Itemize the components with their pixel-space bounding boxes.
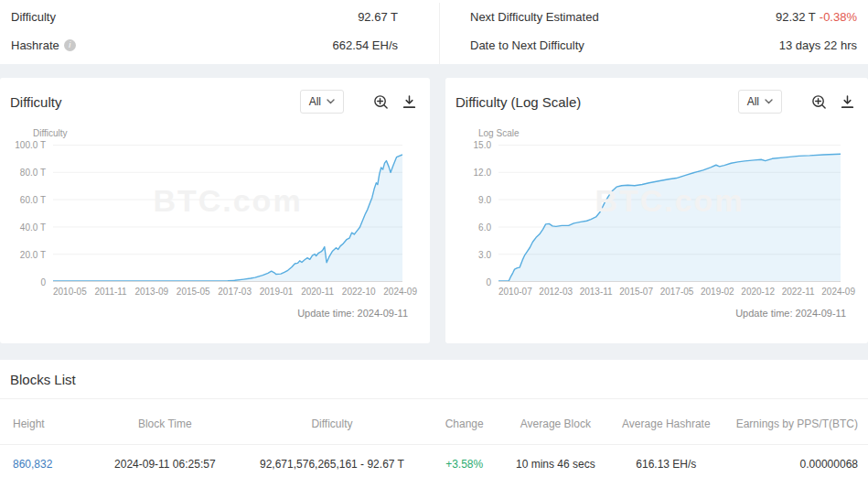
- x-tick-label: 2024-09: [383, 287, 417, 297]
- chart-header: Difficulty (Log Scale) All: [445, 78, 868, 114]
- y-axis-title: Log Scale: [478, 128, 868, 138]
- x-tick-label: 2010-07: [498, 287, 532, 297]
- cell-average-block: 10 mins 46 secs: [503, 445, 607, 477]
- blocks-list-title: Blocks List: [0, 372, 868, 399]
- plot-wrap: 100.0 T80.0 T60.0 T40.0 T20.0 T0 BTC.com: [0, 145, 430, 282]
- download-button[interactable]: [402, 94, 417, 110]
- stats-left: Difficulty 92.67 T Hashrate i 662.54 EH/…: [0, 3, 439, 64]
- y-tick-label: 3.0: [478, 250, 491, 260]
- download-button[interactable]: [840, 94, 855, 110]
- x-tick-label: 2013-09: [134, 287, 168, 297]
- col-average-hashrate: Average Hashrate: [607, 399, 724, 445]
- hashrate-label: Hashrate i: [11, 38, 76, 52]
- x-axis-labels: 2010-052011-112013-092015-052017-032019-…: [44, 287, 417, 297]
- cell-difficulty: 92,671,576,265,161 - 92.67 T: [239, 445, 425, 477]
- stats-right: Next Difficulty Estimated 92.32 T-0.38% …: [439, 3, 868, 64]
- y-tick-label: 100.0 T: [15, 140, 46, 150]
- area-chart-svg: [53, 145, 402, 281]
- stat-next-difficulty: Next Difficulty Estimated 92.32 T-0.38%: [470, 3, 857, 31]
- cell-block-time: 2024-09-11 06:25:57: [91, 445, 239, 477]
- update-time: Update time: 2024-09-11: [0, 308, 430, 319]
- y-tick-label: 0: [40, 277, 46, 287]
- stat-difficulty: Difficulty 92.67 T: [11, 3, 398, 31]
- col-block-time: Block Time: [91, 399, 239, 445]
- next-difficulty-delta: -0.38%: [820, 10, 857, 24]
- x-tick-label: 2022-11: [782, 287, 815, 297]
- y-axis-labels: 15.012.09.06.03.00: [455, 145, 498, 282]
- x-tick-label: 2020-11: [301, 287, 334, 297]
- stats-panel: Difficulty 92.67 T Hashrate i 662.54 EH/…: [0, 0, 868, 64]
- stat-date-next: Date to Next Difficulty 13 days 22 hrs: [470, 31, 857, 60]
- x-tick-label: 2017-05: [660, 287, 694, 297]
- hashrate-value: 662.54 EH/s: [332, 38, 398, 52]
- x-tick-label: 2015-07: [619, 287, 653, 297]
- date-next-label: Date to Next Difficulty: [470, 38, 584, 52]
- chevron-down-icon: [327, 99, 335, 104]
- zoom-in-button[interactable]: [373, 94, 389, 110]
- col-change: Change: [425, 399, 503, 445]
- table-row: 860,832 2024-09-11 06:25:57 92,671,576,2…: [0, 445, 868, 477]
- update-time: Update time: 2024-09-11: [445, 308, 868, 319]
- range-select[interactable]: All: [300, 90, 344, 114]
- y-tick-label: 0: [486, 277, 491, 287]
- x-tick-label: 2011-11: [94, 287, 126, 297]
- x-tick-label: 2017-03: [218, 287, 252, 297]
- cell-earnings: 0.00000068: [724, 445, 868, 477]
- x-tick-label: 2019-02: [701, 287, 734, 297]
- difficulty-label: Difficulty: [11, 10, 56, 24]
- y-tick-label: 40.0 T: [20, 222, 46, 233]
- y-tick-label: 6.0: [478, 222, 491, 233]
- cell-average-hashrate: 616.13 EH/s: [607, 445, 724, 477]
- chart-header: Difficulty All: [0, 78, 430, 114]
- table-header-row: Height Block Time Difficulty Change Aver…: [0, 399, 868, 445]
- chevron-down-icon: [765, 99, 773, 104]
- chart-title: Difficulty: [10, 94, 300, 110]
- cell-change: +3.58%: [425, 445, 503, 477]
- y-tick-label: 12.0: [474, 168, 491, 178]
- blocks-panel: Blocks List Height Block Time Difficulty…: [0, 360, 868, 477]
- download-icon: [840, 94, 855, 110]
- x-tick-label: 2019-01: [260, 287, 294, 297]
- zoom-in-icon: [373, 94, 389, 110]
- area-chart-svg: [498, 145, 841, 281]
- col-height: Height: [0, 399, 91, 445]
- date-next-value: 13 days 22 hrs: [779, 38, 857, 52]
- chart-plot-area[interactable]: BTC.com: [498, 145, 841, 282]
- x-tick-label: 2013-11: [580, 287, 613, 297]
- stat-hashrate: Hashrate i 662.54 EH/s: [11, 31, 398, 60]
- x-tick-label: 2010-05: [53, 287, 87, 297]
- zoom-in-icon: [811, 94, 827, 110]
- plot-wrap: 15.012.09.06.03.00 BTC.com: [445, 145, 868, 282]
- x-axis-labels: 2010-072012-032013-112015-072017-052019-…: [489, 287, 855, 297]
- x-tick-label: 2015-05: [177, 287, 210, 297]
- y-axis-labels: 100.0 T80.0 T60.0 T40.0 T20.0 T0: [9, 145, 53, 282]
- charts-row: Difficulty All Difficulty 100.0 T80.0 T6…: [0, 78, 868, 343]
- block-height-link[interactable]: 860,832: [13, 458, 52, 471]
- x-tick-label: 2012-03: [539, 287, 573, 297]
- col-average-block: Average Block: [503, 399, 607, 445]
- y-tick-label: 9.0: [478, 195, 491, 205]
- zoom-in-button[interactable]: [811, 94, 827, 110]
- x-tick-label: 2022-10: [342, 287, 376, 297]
- chart-panel-difficulty-log: Difficulty (Log Scale) All Log Scale 15.…: [445, 78, 868, 343]
- range-select[interactable]: All: [738, 90, 782, 114]
- x-tick-label: 2020-12: [741, 287, 775, 297]
- download-icon: [402, 94, 417, 110]
- info-icon[interactable]: i: [64, 39, 76, 51]
- next-difficulty-value: 92.32 T-0.38%: [776, 10, 857, 24]
- blocks-table: Height Block Time Difficulty Change Aver…: [0, 399, 868, 477]
- chart-plot-area[interactable]: BTC.com: [53, 145, 402, 282]
- y-tick-label: 80.0 T: [20, 168, 46, 178]
- y-tick-label: 60.0 T: [20, 195, 46, 205]
- col-difficulty: Difficulty: [239, 399, 425, 445]
- next-difficulty-label: Next Difficulty Estimated: [470, 10, 599, 24]
- chart-panel-difficulty: Difficulty All Difficulty 100.0 T80.0 T6…: [0, 78, 430, 343]
- x-tick-label: 2024-09: [821, 287, 855, 297]
- y-axis-title: Difficulty: [33, 128, 430, 138]
- col-earnings: Earnings by PPS/T(BTC): [724, 399, 868, 445]
- y-tick-label: 15.0: [474, 140, 491, 150]
- chart-title: Difficulty (Log Scale): [455, 94, 738, 110]
- difficulty-value: 92.67 T: [358, 10, 398, 24]
- y-tick-label: 20.0 T: [20, 250, 46, 260]
